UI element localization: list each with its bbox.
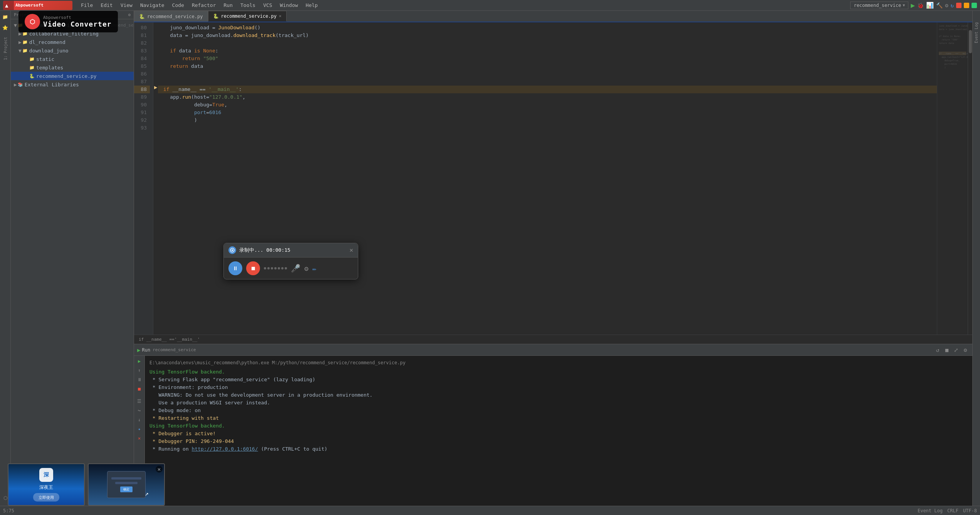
taskbar-thumb-1[interactable]: 深 深夜王 立即使用 bbox=[8, 463, 85, 506]
wrap-tool[interactable]: ↪ bbox=[136, 407, 143, 414]
menu-refactor[interactable]: Refactor bbox=[188, 0, 220, 11]
debug-button[interactable]: 🐞 bbox=[917, 2, 924, 8]
thumb-1-button[interactable]: 立即使用 bbox=[33, 493, 59, 502]
menu-help[interactable]: Help bbox=[302, 0, 322, 11]
running-url-link[interactable]: http://127.0.0.1:6016/ bbox=[192, 446, 258, 452]
tree-item-download-juno[interactable]: ▼ 📁 download_juno bbox=[11, 46, 134, 55]
thumb-2-content: 确定 ↗ bbox=[89, 464, 164, 505]
recording-stop-button[interactable]: ⏹ bbox=[246, 261, 260, 275]
menu-navigate[interactable]: Navigate bbox=[136, 0, 168, 11]
tab-active[interactable]: 🐍 recommend_service.py ✕ bbox=[208, 11, 287, 22]
code-line-84: return "500" bbox=[158, 55, 937, 62]
editor-area[interactable]: 80 81 82 83 84 85 86 87 88 89 90 91 92 9… bbox=[134, 22, 972, 344]
pin-tool[interactable]: ✕ bbox=[136, 434, 143, 442]
run-button[interactable]: ▶ bbox=[911, 1, 915, 9]
menu-tools[interactable]: Tools bbox=[237, 0, 259, 11]
output-running: * Running on http://127.0.0.1:6016/ (Pre… bbox=[149, 445, 968, 453]
code-viewport[interactable]: ▶ juno_download = JunoDownload() data = … bbox=[153, 22, 937, 335]
menu-window[interactable]: Window bbox=[276, 0, 302, 11]
menu-view[interactable]: View bbox=[117, 0, 136, 11]
output-env: * Environment: production bbox=[149, 384, 968, 391]
menu-edit[interactable]: Edit bbox=[97, 0, 116, 11]
recording-close-button[interactable]: ✕ bbox=[349, 247, 353, 253]
minimize-window-icon[interactable] bbox=[972, 3, 977, 8]
run-name-label: recommend_service bbox=[153, 347, 196, 352]
tab-file-icon: 🐍 bbox=[139, 11, 145, 22]
tree-item-static[interactable]: 📁 static bbox=[11, 55, 134, 63]
recording-settings-icon[interactable]: ⚙ bbox=[304, 264, 309, 273]
rerun2-tool[interactable]: ↑ bbox=[136, 367, 143, 374]
file-tree: ▼ 📁 recommend_service M:\python\recommen… bbox=[11, 19, 134, 506]
code-editor[interactable]: juno_download = JunoDownload() data = ju… bbox=[153, 22, 937, 335]
output-tensorflow-2: Using TensorFlow backend. bbox=[149, 422, 968, 430]
tree-item-dl-recommend[interactable]: ▶ 📁 dl_recommend bbox=[11, 38, 134, 46]
run-config-dropdown-icon: ▼ bbox=[903, 3, 905, 7]
recording-pause-button[interactable]: ⏸ bbox=[228, 261, 242, 275]
tree-item-label: static bbox=[36, 56, 54, 62]
output-serving: * Serving Flask app "recommend_service" … bbox=[149, 376, 968, 384]
stop-run-button[interactable]: ■ bbox=[943, 346, 951, 354]
pause-tool[interactable]: ⏸ bbox=[136, 376, 143, 384]
run-panel-tools: ↺ ■ ⤢ ⚙ bbox=[934, 346, 969, 354]
recording-mic-icon[interactable]: 🎤 bbox=[291, 264, 300, 273]
run-panel: ▶ Run recommend_service ↺ ■ ⤢ ⚙ ▶ ↑ ⏸ ■ bbox=[134, 344, 972, 506]
rerun-button[interactable]: ↺ bbox=[934, 346, 941, 354]
update-button[interactable]: ↻ bbox=[951, 2, 954, 8]
filter-tool[interactable]: ☰ bbox=[136, 397, 143, 405]
stop-tool[interactable]: ■ bbox=[136, 385, 143, 393]
close-window-icon[interactable] bbox=[956, 3, 962, 8]
settings-button[interactable]: ⚙ bbox=[945, 2, 948, 8]
menu-file[interactable]: File bbox=[77, 0, 97, 11]
thumb-2-close-button[interactable]: ✕ bbox=[156, 466, 163, 473]
run-config-selector[interactable]: recommend_service ▼ bbox=[850, 2, 908, 9]
output-debugger-pin: * Debugger PIN: 296-249-044 bbox=[149, 438, 968, 445]
profile-button[interactable]: 📊 bbox=[926, 2, 934, 9]
dot-3 bbox=[271, 267, 273, 269]
code-line-82 bbox=[158, 39, 937, 47]
build-button[interactable]: 🔨 bbox=[936, 2, 943, 8]
rerun-tool[interactable]: ▶ bbox=[136, 357, 143, 365]
vertical-scrollbar[interactable] bbox=[968, 22, 972, 335]
video-converter-overlay: ⬡ Abpowersoft Video Converter bbox=[18, 11, 118, 32]
scroll-end-tool[interactable]: ↓ bbox=[136, 416, 143, 424]
bookmark-icon[interactable]: ⭐ bbox=[1, 23, 10, 32]
menu-run[interactable]: Run bbox=[220, 0, 237, 11]
scrollbar-thumb[interactable] bbox=[969, 30, 972, 53]
expand-panel-button[interactable]: ⤢ bbox=[952, 346, 960, 354]
tab-inactive[interactable]: 🐍 recommend_service.py bbox=[134, 11, 208, 22]
dot-6 bbox=[281, 267, 284, 269]
right-panel-label[interactable]: Event Log bbox=[974, 12, 978, 43]
taskbar-thumb-2[interactable]: ✕ 确定 ↗ bbox=[88, 463, 165, 506]
clear-tool[interactable]: ✦ bbox=[136, 425, 143, 433]
menu-code[interactable]: Code bbox=[168, 0, 188, 11]
logo-text: Abpowersoft bbox=[15, 3, 44, 8]
thumb-1-logo-text: 深 bbox=[44, 471, 49, 478]
tab-bar: 🐍 recommend_service.py 🐍 recommend_servi… bbox=[134, 11, 972, 22]
event-log-link[interactable]: Event Log bbox=[918, 508, 943, 513]
menu-vcs[interactable]: VCS bbox=[259, 0, 276, 11]
expand-arrow-icon: ▼ bbox=[18, 48, 22, 54]
tree-item-templates[interactable]: 📁 templates bbox=[11, 63, 134, 72]
dot-7 bbox=[285, 267, 287, 269]
minimap-content: juno_download = JunoDown data = juno_dow… bbox=[939, 24, 966, 69]
recording-pen-icon[interactable]: ✏ bbox=[312, 264, 317, 273]
code-line-90: debug=True, bbox=[158, 101, 937, 109]
minimap-highlight: if __name__ =='__main__' bbox=[939, 52, 966, 55]
tree-item-recommend-service-py[interactable]: 🐍 recommend_service.py bbox=[11, 72, 134, 80]
sidebar-settings-icon[interactable]: ⚙ bbox=[128, 12, 131, 17]
right-icons-bar: Event Log bbox=[972, 11, 980, 506]
maximize-window-icon[interactable] bbox=[964, 3, 969, 8]
line-separator-indicator[interactable]: CRLF bbox=[947, 508, 958, 513]
vc-product: Video Converter bbox=[43, 20, 112, 28]
settings-panel-button[interactable]: ⚙ bbox=[962, 346, 969, 354]
recording-title-bar: 录制中... 00:00:15 ✕ bbox=[224, 243, 358, 258]
project-view-icon[interactable]: 📁 bbox=[1, 12, 10, 22]
tree-item-external-libs[interactable]: ▶ 📚 External Libraries bbox=[11, 80, 134, 89]
structure-icon[interactable]: 1: Project bbox=[2, 37, 9, 60]
recording-progress-dots bbox=[264, 267, 287, 269]
tab-close-button[interactable]: ✕ bbox=[279, 11, 282, 22]
encoding-indicator[interactable]: UTF-8 bbox=[963, 508, 977, 513]
code-line-80: juno_download = JunoDownload() bbox=[158, 24, 937, 32]
code-line-86 bbox=[158, 70, 937, 78]
tab-file-icon-active: 🐍 bbox=[213, 11, 219, 22]
